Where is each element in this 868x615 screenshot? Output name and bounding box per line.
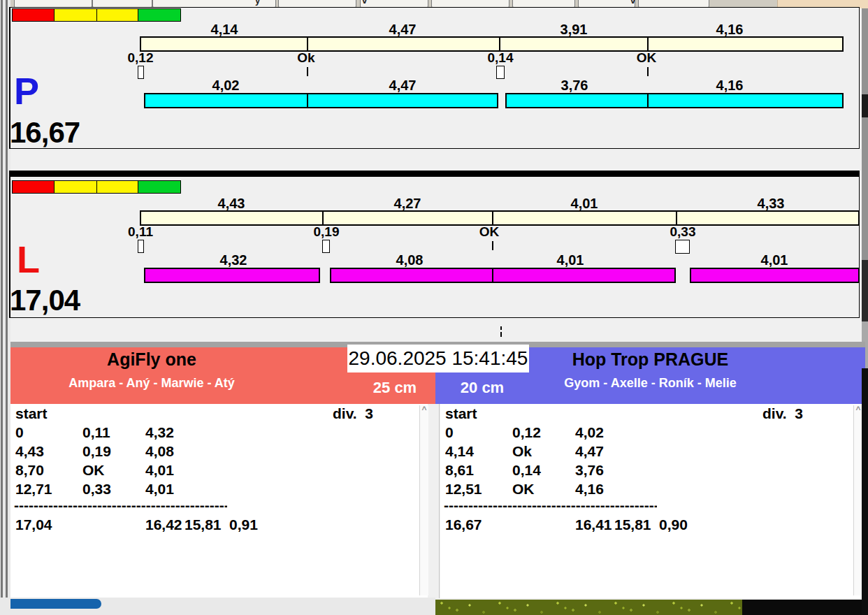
table-total: 16,67 xyxy=(445,517,482,533)
timing-app-window: y v v 4,14 4,47 3,91 4,16 0,12 Ok 0,14 O… xyxy=(0,0,868,615)
table-cell: 8,70 xyxy=(15,463,44,478)
changeover-label: 0,12 xyxy=(113,50,168,66)
run-bar-divider xyxy=(307,93,308,108)
legend-yellow-swatch xyxy=(96,8,138,22)
datetime-display: 29.06.2025 15:41:45 xyxy=(347,345,529,372)
run-segment-time: 4,47 xyxy=(369,78,436,94)
plan-segment-time: 4,14 xyxy=(191,22,258,38)
plan-bar-divider xyxy=(499,36,500,52)
legend-yellow-swatch xyxy=(54,180,97,194)
table-cell: 12,71 xyxy=(15,482,52,497)
changeover-label: OK xyxy=(619,50,674,66)
table-cell: 0,11 xyxy=(82,425,110,440)
toolbar-button[interactable] xyxy=(512,0,575,7)
plan-segment-time: 4,43 xyxy=(198,196,265,212)
run-segment-time: 3,76 xyxy=(541,78,608,94)
table-cell: 0 xyxy=(15,425,24,440)
table-total: 15,81 xyxy=(185,517,222,533)
plan-segment-time: 4,27 xyxy=(374,196,441,212)
window-right-border xyxy=(862,117,868,260)
table-cell: OK xyxy=(512,482,535,497)
window-right-border xyxy=(862,94,868,117)
legend-green-swatch xyxy=(138,180,181,194)
plan-segment-time: 4,47 xyxy=(369,22,436,38)
changeover-label: 0,33 xyxy=(655,224,711,240)
toolbar-button[interactable] xyxy=(638,0,709,7)
table-cell: 8,61 xyxy=(445,463,474,478)
run-bar-divider xyxy=(492,268,493,283)
table-cell: 0,33 xyxy=(82,482,111,497)
jump-height-badge: 25 cm xyxy=(367,379,423,397)
scrollbar[interactable]: ^ xyxy=(419,405,428,595)
run-bar-p xyxy=(144,93,498,108)
table-cell: 0,14 xyxy=(512,463,541,478)
table-separator-dashes: ----------------------------------------… xyxy=(444,498,657,513)
table-total: 0,91 xyxy=(229,517,258,533)
run-bar-p xyxy=(505,93,844,108)
plan-segment-time: 4,01 xyxy=(551,196,618,212)
legend-red-swatch xyxy=(12,180,55,194)
toolbar-button[interactable] xyxy=(92,0,152,7)
panel-divider xyxy=(439,404,440,598)
toolbar-text-fragment: y xyxy=(255,0,260,6)
table-total: 0,90 xyxy=(659,517,688,533)
changeover-gap-marker xyxy=(496,66,505,79)
plan-segment-time: 4,33 xyxy=(737,196,804,212)
run-segment-time: 4,02 xyxy=(192,78,259,94)
table-cell: 4,32 xyxy=(145,425,174,440)
toolbar-button[interactable] xyxy=(431,0,509,7)
scroll-up-icon[interactable]: ^ xyxy=(420,405,428,414)
plan-bar-l xyxy=(140,210,860,226)
plan-bar-divider xyxy=(307,36,308,52)
table-total: 17,04 xyxy=(15,517,52,533)
table-cell: 4,43 xyxy=(15,444,44,459)
plan-bar-divider xyxy=(492,210,493,226)
changeover-label: OK xyxy=(461,224,517,240)
changeover-gap-marker xyxy=(322,240,330,253)
table-cell: 4,02 xyxy=(575,425,604,440)
toolbar-button[interactable] xyxy=(14,0,92,7)
table-cell: 12,51 xyxy=(445,482,482,497)
changeover-gap-marker xyxy=(138,66,144,79)
run-bar-l xyxy=(690,268,860,283)
table-cell: Ok xyxy=(512,444,532,459)
run-segment-time: 4,01 xyxy=(741,252,808,268)
table-cell: 0,12 xyxy=(512,425,541,440)
table-div-label: div. 3 xyxy=(762,406,803,421)
lane-total-l: 17,04 xyxy=(10,286,80,315)
toolbar-button[interactable] xyxy=(278,0,356,7)
lane-total-p: 16,67 xyxy=(10,118,80,147)
team-name: AgiFly one xyxy=(12,349,291,370)
toolbar-button[interactable] xyxy=(578,0,635,7)
changeover-label: 0,11 xyxy=(113,224,168,240)
table-cell: 0,19 xyxy=(82,444,111,459)
ok-tick-marker xyxy=(307,67,308,76)
plan-bar-divider xyxy=(322,210,324,226)
video-feed-dark xyxy=(742,600,868,615)
run-segment-time: 4,32 xyxy=(200,252,267,268)
legend-yellow-swatch xyxy=(54,8,97,22)
table-cell: OK xyxy=(82,463,105,478)
toolbar-button[interactable] xyxy=(360,0,428,7)
legend-red-swatch xyxy=(12,8,55,22)
ok-tick-marker xyxy=(647,67,649,76)
legend-yellow-swatch xyxy=(96,180,138,194)
taskbar-fragment xyxy=(10,599,101,609)
table-cell: 4,01 xyxy=(145,482,174,497)
window-right-border xyxy=(862,8,868,94)
legend-green-swatch xyxy=(138,8,181,22)
run-segment-time: 4,16 xyxy=(696,78,763,94)
table-cell: 4,16 xyxy=(575,482,604,497)
table-cell: 4,08 xyxy=(145,444,174,459)
ok-tick-marker xyxy=(492,241,493,250)
timeline-tick xyxy=(500,332,502,337)
lane-letter-l: L xyxy=(17,240,40,278)
table-cell: 4,47 xyxy=(575,444,604,459)
background-dark-edge xyxy=(862,368,868,615)
table-start-label: start xyxy=(445,406,477,421)
table-cell: 4,01 xyxy=(145,463,174,478)
window-right-border xyxy=(862,260,868,321)
plan-bar-divider xyxy=(647,36,649,52)
table-total: 15,81 xyxy=(614,517,651,533)
video-feed-grass xyxy=(435,600,742,615)
